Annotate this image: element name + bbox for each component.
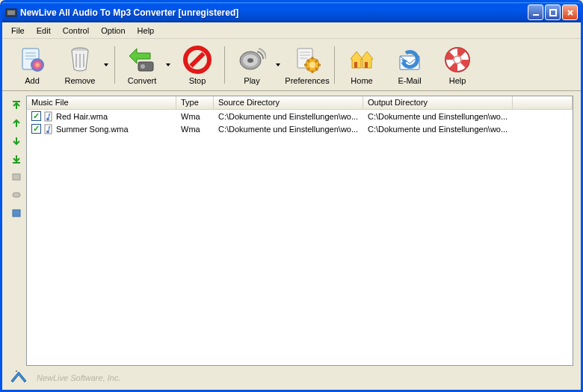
row-type: Wma xyxy=(181,125,200,134)
preferences-label: Preferences xyxy=(285,76,329,85)
play-icon xyxy=(237,45,267,75)
company-logo-icon xyxy=(10,369,29,387)
row-type: Wma xyxy=(181,112,200,121)
move-down-button[interactable] xyxy=(10,134,23,148)
menu-edit[interactable]: Edit xyxy=(31,25,57,37)
add-button[interactable]: Add xyxy=(8,41,56,89)
column-spacer xyxy=(513,96,573,109)
home-label: Home xyxy=(351,76,372,85)
audio-file-icon xyxy=(43,111,54,122)
play-dropdown[interactable] xyxy=(276,41,283,89)
svg-rect-18 xyxy=(365,62,368,68)
menu-control[interactable]: Control xyxy=(57,25,95,37)
stop-button[interactable]: Stop xyxy=(173,41,221,89)
email-button[interactable]: E-Mail xyxy=(386,41,434,89)
column-source[interactable]: Source Directory xyxy=(214,96,363,109)
convert-button[interactable]: Convert xyxy=(118,41,166,89)
play-button[interactable]: Play xyxy=(228,41,276,89)
svg-point-5 xyxy=(31,58,44,72)
svg-rect-17 xyxy=(354,62,357,68)
convert-label: Convert xyxy=(128,76,157,85)
remove-dropdown[interactable] xyxy=(104,41,111,89)
svg-rect-24 xyxy=(13,210,20,217)
column-music-file[interactable]: Music File xyxy=(27,96,176,109)
toolbar: Add Remove Convert Stop Play Preferences xyxy=(2,39,581,91)
row-filename: Red Hair.wma xyxy=(56,112,108,121)
sidebar-action-3[interactable] xyxy=(10,206,23,220)
move-up-button[interactable] xyxy=(10,116,23,130)
svg-rect-22 xyxy=(13,174,20,180)
table-row[interactable]: ✓ Summer Song.wma Wma C:\Dokumente und E… xyxy=(27,122,573,135)
svg-rect-10 xyxy=(189,52,205,67)
svg-rect-2 xyxy=(533,14,539,16)
column-type[interactable]: Type xyxy=(176,96,214,109)
menu-help[interactable]: Help xyxy=(132,25,161,37)
email-label: E-Mail xyxy=(398,76,421,85)
row-source: C:\Dokumente und Einstellungen\wo... xyxy=(218,112,358,121)
statusbar: NewLive Software, Inc. xyxy=(2,366,581,390)
menu-option[interactable]: Option xyxy=(95,25,131,37)
row-filename: Summer Song.wma xyxy=(56,125,129,134)
list-body[interactable]: ✓ Red Hair.wma Wma C:\Dokumente und Eins… xyxy=(27,110,573,365)
move-top-button[interactable] xyxy=(10,99,23,112)
remove-icon xyxy=(65,45,95,75)
company-name: NewLive Software, Inc. xyxy=(37,373,121,382)
row-output: C:\Dokumente und Einstellungen\wo... xyxy=(368,112,508,121)
sidebar-action-2[interactable] xyxy=(10,188,23,202)
help-label: Help xyxy=(449,76,466,85)
list-header: Music File Type Source Directory Output … xyxy=(27,96,573,110)
row-source: C:\Dokumente und Einstellungen\wo... xyxy=(218,125,358,134)
home-icon xyxy=(347,45,377,75)
titlebar[interactable]: NewLive All Audio To Mp3 Converter [unre… xyxy=(2,2,581,22)
remove-label: Remove xyxy=(65,76,96,85)
remove-button[interactable]: Remove xyxy=(56,41,104,89)
minimize-button[interactable] xyxy=(528,4,543,20)
svg-point-8 xyxy=(141,64,145,69)
app-icon xyxy=(5,7,17,19)
toolbar-separator xyxy=(114,46,115,84)
email-icon xyxy=(395,45,425,75)
preferences-icon xyxy=(292,45,322,75)
toolbar-separator xyxy=(334,46,335,84)
svg-point-13 xyxy=(247,58,253,63)
svg-rect-23 xyxy=(13,193,20,197)
sidebar xyxy=(7,96,26,366)
file-list: Music File Type Source Directory Output … xyxy=(26,96,573,366)
audio-file-icon xyxy=(43,124,54,134)
row-checkbox[interactable]: ✓ xyxy=(31,124,41,134)
play-label: Play xyxy=(244,76,259,85)
help-icon xyxy=(442,45,472,75)
maximize-button[interactable] xyxy=(545,4,561,20)
menu-file[interactable]: File xyxy=(5,25,31,37)
content-area: Music File Type Source Directory Output … xyxy=(2,91,581,366)
row-output: C:\Dokumente und Einstellungen\wo... xyxy=(368,125,508,134)
stop-label: Stop xyxy=(189,76,206,85)
svg-point-21 xyxy=(454,56,461,63)
help-button[interactable]: Help xyxy=(434,41,481,89)
add-label: Add xyxy=(25,76,40,85)
svg-rect-3 xyxy=(550,10,556,16)
column-output[interactable]: Output Directory xyxy=(363,96,513,109)
convert-dropdown[interactable] xyxy=(166,41,173,89)
window-controls xyxy=(528,4,578,20)
stop-icon xyxy=(182,45,212,75)
svg-rect-1 xyxy=(7,10,15,15)
app-window: NewLive All Audio To Mp3 Converter [unre… xyxy=(0,0,583,392)
toolbar-separator xyxy=(224,46,225,84)
home-button[interactable]: Home xyxy=(338,41,386,89)
row-checkbox[interactable]: ✓ xyxy=(31,111,41,121)
window-title: NewLive All Audio To Mp3 Converter [unre… xyxy=(20,7,528,18)
preferences-button[interactable]: Preferences xyxy=(283,41,331,89)
convert-icon xyxy=(127,45,157,75)
menubar: File Edit Control Option Help xyxy=(2,22,581,39)
move-bottom-button[interactable] xyxy=(10,152,23,166)
close-button[interactable] xyxy=(562,4,578,20)
sidebar-action-1[interactable] xyxy=(10,170,23,184)
add-icon xyxy=(17,45,47,75)
table-row[interactable]: ✓ Red Hair.wma Wma C:\Dokumente und Eins… xyxy=(27,110,573,122)
svg-point-16 xyxy=(309,62,315,68)
